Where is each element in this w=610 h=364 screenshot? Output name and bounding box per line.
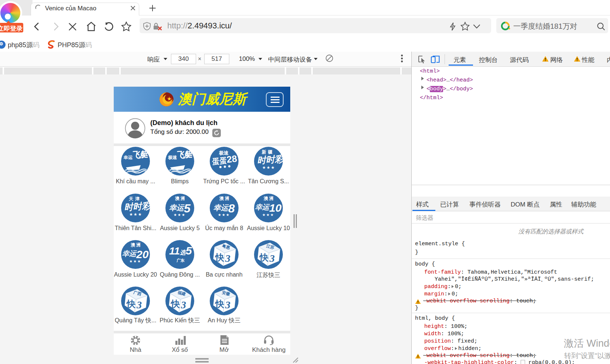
svg-text:快: 快 — [215, 299, 225, 309]
svg-text:3: 3 — [225, 299, 230, 311]
svg-text:快: 快 — [215, 252, 225, 263]
svg-text:快: 快 — [259, 252, 269, 263]
svg-text:3: 3 — [269, 253, 275, 264]
svg-text:3: 3 — [225, 253, 230, 264]
svg-text:快: 快 — [170, 299, 180, 309]
svg-text:快: 快 — [126, 299, 136, 309]
svg-text:3: 3 — [136, 299, 142, 311]
svg-text:3: 3 — [181, 299, 186, 311]
